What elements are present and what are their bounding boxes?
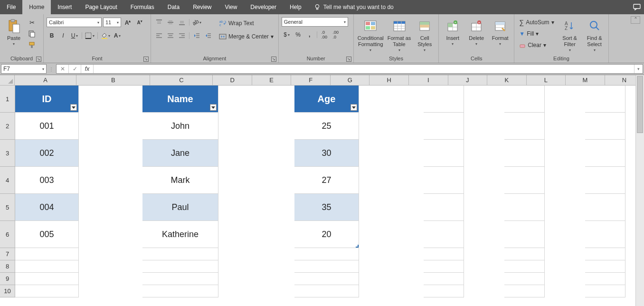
cell[interactable] (424, 194, 464, 221)
cells-area[interactable]: IDNameAge001John25002Jane30003Mark27004P… (15, 86, 644, 306)
number-format-combo[interactable]: General▾ (282, 17, 348, 27)
cell[interactable]: 005 (15, 221, 79, 248)
tab-formulas[interactable]: Formulas (124, 0, 161, 14)
format-cells-button[interactable]: Format▾ (489, 17, 511, 47)
cell[interactable] (504, 86, 545, 113)
cell[interactable]: Jane (142, 140, 218, 167)
clipboard-dialog-launcher[interactable]: ↘ (36, 57, 41, 62)
cell[interactable] (142, 260, 218, 273)
copy-button[interactable] (27, 29, 37, 39)
cell[interactable] (142, 248, 218, 260)
tab-data[interactable]: Data (161, 0, 186, 14)
column-header-L[interactable]: L (527, 75, 566, 86)
bold-button[interactable]: B (47, 30, 57, 41)
accounting-format-button[interactable]: $▾ (282, 29, 292, 40)
cell[interactable] (585, 86, 625, 113)
column-header-D[interactable]: D (213, 75, 252, 86)
cell[interactable] (424, 113, 464, 140)
cell[interactable] (585, 273, 625, 285)
cell[interactable]: 27 (294, 167, 359, 194)
decrease-font-button[interactable]: A▾ (134, 17, 145, 28)
cell[interactable]: Age (294, 86, 359, 113)
cell[interactable] (424, 140, 464, 167)
enter-formula-button[interactable]: ✓ (69, 65, 81, 73)
increase-decimal-button[interactable]: .0.00 (319, 29, 330, 40)
scrollbar-thumb[interactable] (637, 76, 643, 133)
number-dialog-launcher[interactable]: ↘ (346, 57, 351, 62)
cell[interactable] (424, 86, 464, 113)
percent-format-button[interactable]: % (293, 29, 303, 40)
cancel-formula-button[interactable]: ✕ (57, 65, 69, 73)
cut-button[interactable]: ✂ (27, 17, 37, 28)
cell[interactable] (424, 285, 464, 297)
tab-page-layout[interactable]: Page Layout (78, 0, 123, 14)
cell[interactable] (585, 167, 625, 194)
align-middle-button[interactable] (165, 17, 176, 28)
border-button[interactable]: ▾ (84, 30, 95, 41)
cell[interactable] (585, 194, 625, 221)
align-top-button[interactable] (154, 17, 164, 28)
sort-filter-button[interactable]: AZ Sort & Filter▾ (559, 17, 581, 53)
cell[interactable] (504, 140, 545, 167)
comments-button[interactable] (630, 0, 644, 14)
row-header[interactable]: 2 (0, 113, 15, 140)
cell[interactable] (424, 248, 464, 260)
column-header-F[interactable]: F (291, 75, 331, 86)
cell[interactable] (15, 285, 79, 297)
cell[interactable] (294, 273, 359, 285)
cell[interactable]: Katherine (142, 221, 218, 248)
collapse-ribbon-button[interactable]: ˄ (631, 16, 640, 24)
filter-button[interactable] (350, 104, 357, 111)
cell[interactable]: 001 (15, 113, 79, 140)
filter-button[interactable] (70, 104, 77, 111)
insert-cells-button[interactable]: + Insert▾ (442, 17, 464, 47)
cell[interactable]: ID (15, 86, 79, 113)
vertical-scrollbar[interactable] (635, 75, 644, 306)
cell[interactable]: 25 (294, 113, 359, 140)
cell[interactable]: 35 (294, 194, 359, 221)
autosum-button[interactable]: ∑AutoSum▾ (517, 17, 556, 28)
cell[interactable] (424, 260, 464, 273)
cell[interactable] (142, 273, 218, 285)
cell[interactable]: 30 (294, 140, 359, 167)
cell[interactable] (585, 248, 625, 260)
cell[interactable] (294, 248, 359, 260)
format-painter-button[interactable] (27, 40, 37, 50)
fill-color-button[interactable]: ▾ (100, 30, 111, 41)
tab-home[interactable]: Home (22, 0, 51, 14)
paste-button[interactable]: Paste ▾ (3, 17, 25, 47)
cell[interactable] (504, 221, 545, 248)
row-header[interactable]: 8 (0, 260, 15, 273)
row-header[interactable]: 10 (0, 285, 15, 297)
column-header-A[interactable]: A (15, 75, 76, 86)
cell[interactable] (294, 285, 359, 297)
cell[interactable]: Mark (142, 167, 218, 194)
expand-formula-bar-button[interactable]: ▾ (634, 65, 643, 73)
decrease-decimal-button[interactable]: .00.0 (331, 29, 341, 40)
row-header[interactable]: 3 (0, 140, 15, 167)
tab-developer[interactable]: Developer (244, 0, 283, 14)
increase-font-button[interactable]: A▴ (123, 17, 133, 28)
row-header[interactable]: 6 (0, 221, 15, 248)
format-as-table-button[interactable]: Format as Table▾ (387, 17, 412, 53)
cell[interactable] (504, 194, 545, 221)
name-box[interactable]: F7▾ (1, 64, 47, 74)
font-color-button[interactable]: A▾ (112, 30, 123, 41)
column-header-H[interactable]: H (369, 75, 409, 86)
cell[interactable] (504, 285, 545, 297)
merge-center-button[interactable]: Merge & Center▾ (217, 31, 275, 42)
cell[interactable] (15, 248, 79, 260)
align-bottom-button[interactable] (177, 17, 187, 28)
delete-cells-button[interactable]: × Delete▾ (465, 17, 487, 47)
tab-view[interactable]: View (218, 0, 244, 14)
orientation-button[interactable]: ab▾ (191, 17, 202, 28)
tab-file[interactable]: File (0, 0, 22, 14)
font-size-combo[interactable]: 11▾ (103, 18, 121, 27)
tab-insert[interactable]: Insert (51, 0, 78, 14)
formula-bar-grip[interactable]: ⋮ (47, 63, 56, 75)
cell[interactable]: 002 (15, 140, 79, 167)
italic-button[interactable]: I (58, 30, 68, 41)
wrap-text-button[interactable]: abc Wrap Text (217, 18, 275, 29)
clear-button[interactable]: Clear▾ (517, 40, 556, 50)
align-center-button[interactable] (165, 30, 176, 41)
